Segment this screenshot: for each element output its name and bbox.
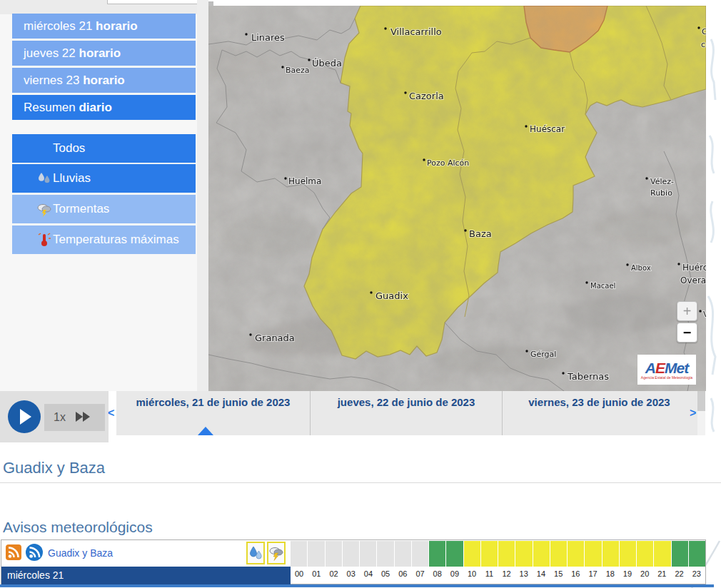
- day-button-bold: horario: [79, 46, 121, 60]
- thermometer-icon: [36, 232, 52, 248]
- hour-label-09: 09: [446, 567, 463, 584]
- map-place-label: Huérc: [682, 263, 706, 273]
- map-place-label: Overa: [680, 275, 706, 285]
- storm-icon: [36, 201, 52, 217]
- aemet-logo-word: AEMet: [645, 360, 688, 375]
- tab-miercoles-21[interactable]: miércoles, 21 de junio de 2023: [116, 391, 311, 435]
- sidebar-item-temperaturas-maximas[interactable]: Temperaturas máximas: [12, 225, 196, 254]
- hour-label-19: 19: [619, 567, 636, 584]
- map-zoom-controls: + −: [677, 301, 698, 344]
- map-place-dot: [245, 33, 247, 35]
- filter-button-label: Todos: [53, 141, 85, 155]
- hour-cell-20: [637, 541, 653, 567]
- hour-cell-00: [291, 541, 307, 567]
- sidebar-item-resumen-diario[interactable]: Resumen diario: [12, 95, 196, 120]
- rss-icon-blue[interactable]: [26, 544, 43, 561]
- map-place-label: Gérgal: [530, 350, 556, 359]
- sidebar-item-miercoles-horario[interactable]: miércoles 21 horario: [12, 14, 196, 39]
- hour-cell-07: [412, 541, 428, 567]
- map-place-label: Baeza: [286, 66, 310, 75]
- rss-icon-orange[interactable]: [6, 544, 21, 560]
- sidebar-map-gutter: [197, 0, 208, 391]
- hour-cell-22: [672, 541, 688, 567]
- table-underline: [0, 584, 714, 587]
- hour-cell-19: [620, 541, 636, 567]
- animation-controls: 1x: [0, 391, 109, 442]
- play-icon: [20, 409, 31, 425]
- hour-cell-15: [550, 541, 567, 567]
- hour-label-08: 08: [429, 567, 446, 584]
- aemet-warnings-page: miércoles 21 horario jueves 22 horario v…: [0, 0, 721, 588]
- hour-label-20: 20: [636, 567, 653, 584]
- warning-map[interactable]: LinaresVillacarrilloÚbedaBaezaCazorlaHué…: [208, 6, 706, 391]
- hour-cell-05: [377, 541, 393, 567]
- rain-icon: [36, 171, 52, 186]
- aemet-logo-met: Met: [665, 360, 688, 376]
- sidebar-item-todos[interactable]: Todos: [12, 134, 196, 163]
- hour-cell-17: [585, 541, 601, 567]
- background-watermark: [704, 0, 721, 588]
- rain-icon: [248, 545, 263, 561]
- hour-axis: 0001020304050607080910111213141516171819…: [291, 567, 705, 584]
- map-place-dot: [384, 27, 386, 29]
- fast-forward-button[interactable]: [74, 411, 91, 425]
- storm-icon: [268, 545, 284, 561]
- play-button[interactable]: [8, 400, 41, 433]
- hour-label-03: 03: [343, 567, 360, 584]
- fast-forward-icon: [74, 411, 91, 422]
- map-place-dot: [284, 177, 286, 179]
- hour-label-22: 22: [670, 567, 687, 584]
- warning-type-storm-badge: [267, 542, 286, 564]
- map-place-dot: [525, 125, 527, 127]
- prev-day-arrow[interactable]: <: [108, 391, 116, 435]
- zone-link[interactable]: Guadix y Baza: [48, 547, 113, 559]
- tab-viernes-23[interactable]: viernes, 23 de junio de 2023: [503, 391, 696, 435]
- tab-strip-scrollbar-thumb[interactable]: [697, 391, 705, 411]
- sidebar-item-lluvias[interactable]: Lluvias: [12, 164, 196, 193]
- warnings-section-title: Avisos meteorológicos: [3, 519, 153, 536]
- hour-cell-10: [464, 541, 480, 567]
- hour-cell-03: [343, 541, 359, 567]
- zoom-in-button[interactable]: +: [677, 301, 697, 321]
- map-place-label: Pozo Alcón: [427, 158, 469, 168]
- map-place-dot: [281, 66, 283, 68]
- map-place-dot: [697, 26, 700, 29]
- hour-label-12: 12: [498, 567, 515, 584]
- zoom-out-button[interactable]: −: [677, 323, 697, 343]
- aemet-logo-subtitle: Agencia Estatal de Meteorología: [641, 376, 692, 380]
- rss-glyph: [26, 544, 43, 561]
- map-place-label: Macael: [590, 282, 615, 290]
- sidebar-item-jueves-horario[interactable]: jueves 22 horario: [12, 41, 196, 66]
- hour-label-01: 01: [308, 567, 325, 584]
- map-place-label: Guadix: [375, 290, 408, 301]
- sidebar-item-tormentas[interactable]: Tormentas: [12, 195, 196, 223]
- tab-strip-scrollbar[interactable]: [697, 391, 705, 435]
- hour-label-10: 10: [463, 567, 480, 584]
- map-place-label: Rubio: [650, 188, 672, 198]
- hour-label-11: 11: [480, 567, 498, 584]
- hour-cell-14: [533, 541, 550, 567]
- map-place-dot: [562, 372, 564, 374]
- hour-label-18: 18: [602, 567, 619, 584]
- aemet-logo-e: E: [655, 360, 665, 376]
- warning-type-rain-badge: [246, 542, 265, 564]
- hour-cell-16: [568, 541, 584, 567]
- map-place-label: Granada: [255, 333, 295, 343]
- hour-cell-11: [481, 541, 498, 567]
- map-place-dot: [626, 263, 628, 265]
- hour-cell-13: [515, 541, 532, 567]
- map-place-dot: [585, 281, 588, 283]
- day-button-bold: horario: [96, 19, 138, 33]
- hour-label-13: 13: [515, 567, 533, 584]
- speed-label: 1x: [54, 411, 66, 424]
- hour-label-00: 00: [291, 567, 308, 584]
- tab-jueves-22[interactable]: jueves, 22 de junio de 2023: [311, 391, 503, 435]
- rss-glyph: [6, 544, 21, 560]
- map-place-dot: [464, 229, 466, 231]
- map-place-label: Úbeda: [312, 58, 342, 69]
- sidebar-item-viernes-horario[interactable]: viernes 23 horario: [12, 68, 196, 93]
- filter-button-label: Tormentas: [53, 202, 109, 216]
- hour-label-06: 06: [394, 567, 411, 584]
- map-place-label: Albox: [631, 264, 651, 272]
- day-button-text: Resumen: [24, 101, 79, 114]
